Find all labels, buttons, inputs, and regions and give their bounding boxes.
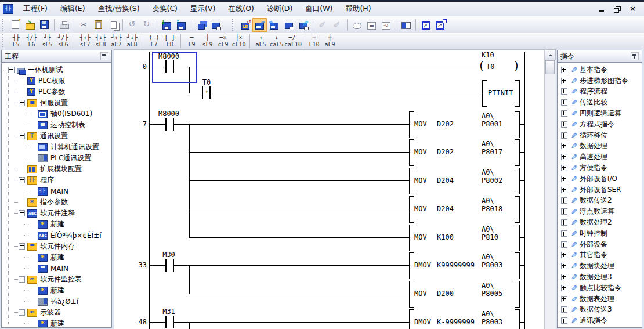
write-to-plc-button[interactable] (160, 18, 174, 32)
fkey-button[interactable]: ↑ aF5 (249, 34, 269, 48)
tree-item[interactable]: PLC参数 (2, 86, 111, 97)
expander-plus-icon[interactable] (561, 306, 567, 313)
fkey-button[interactable]: ═ F10 (303, 34, 322, 48)
menu-item[interactable]: 编辑(E) (54, 3, 92, 15)
close-button[interactable]: × (625, 3, 641, 15)
menu-item[interactable]: 变换(C) (146, 3, 184, 15)
pin-icon[interactable] (100, 52, 108, 60)
fkey-button[interactable]: ┘├ sF5 (39, 34, 55, 48)
expander-plus-icon[interactable] (561, 317, 567, 324)
tree-item[interactable]: 新建 (2, 318, 111, 328)
tree-item[interactable]: 指令参数 (2, 197, 111, 208)
fkey-button[interactable]: ┤↑├ sF7 (74, 34, 93, 48)
fkey-button[interactable]: ┤/├ F6 (24, 34, 39, 48)
expander-icon[interactable] (19, 243, 25, 250)
menu-item[interactable]: 工程(F) (17, 3, 54, 15)
instruction-category[interactable]: ✎ 传送比较 (558, 97, 642, 108)
expander-plus-icon[interactable] (561, 274, 567, 280)
fkey-button[interactable]: ( ) F7 (143, 34, 162, 48)
statement-button[interactable] (364, 18, 379, 32)
pin-icon[interactable] (631, 52, 639, 60)
expander-plus-icon[interactable] (561, 121, 567, 128)
tree-item[interactable]: 软元件注释 (2, 208, 111, 219)
fkey-button[interactable]: ─× cF9 (215, 34, 231, 48)
contact-label[interactable]: M31 (153, 308, 185, 316)
scroll-up-arrow[interactable] (545, 49, 556, 60)
tree-item[interactable]: 示波器 (2, 307, 111, 318)
zoom-window-button-2[interactable] (433, 18, 447, 32)
undo-button[interactable] (125, 18, 140, 32)
expander-icon[interactable] (19, 276, 25, 283)
expander-plus-icon[interactable] (561, 230, 567, 237)
ladder-instruction[interactable]: MOV D204 A0\ P8018 (114, 209, 544, 209)
expander-icon[interactable] (19, 177, 25, 183)
save-project-button[interactable] (37, 18, 52, 32)
instruction-category[interactable]: ✎ 步进梯形图指令 (558, 75, 642, 86)
wizard-button-2[interactable] (330, 18, 345, 32)
redo-button[interactable] (140, 18, 154, 32)
plc-monitor-button[interactable] (208, 18, 223, 32)
expander-plus-icon[interactable] (561, 285, 567, 291)
restore-button[interactable] (609, 3, 625, 15)
instruction-category[interactable]: ✎ 数据处理3 (558, 272, 642, 283)
open-project-button[interactable] (23, 18, 37, 32)
instruction-category[interactable]: ✎ 通讯指令 (558, 315, 642, 326)
expander-plus-icon[interactable] (561, 88, 567, 95)
fkey-button[interactable]: ┤↓├ sF8 (93, 34, 108, 48)
read-mode-button[interactable] (267, 18, 281, 32)
instruction-category[interactable]: ✎ 方程式指令 (558, 119, 642, 130)
plc-transfer-button[interactable] (194, 18, 208, 32)
instruction-category[interactable]: ✎ 四则逻辑运算 (558, 108, 642, 119)
instruction-category[interactable]: ✎ 触点比较指令 (558, 283, 642, 294)
fkey-button[interactable]: ─/ caF10 (284, 34, 300, 48)
tree-item[interactable]: ÈíÔª¼þ×¢ÊÍ±í (2, 230, 111, 241)
expander-plus-icon[interactable] (561, 132, 567, 139)
expander-plus-icon[interactable] (561, 143, 567, 149)
instruction-category[interactable]: ✎ 数据处理 (558, 141, 642, 152)
tree-item[interactable]: 新建 (2, 285, 111, 296)
expander-plus-icon[interactable] (561, 241, 567, 248)
tree-item[interactable]: 扩展模块配置 (2, 164, 111, 175)
zoom-window-button[interactable] (418, 18, 433, 32)
instruction-category[interactable]: ✎ 数据处理2 (558, 217, 642, 228)
comment-button[interactable] (350, 18, 364, 32)
ladder-instruction[interactable]: PTINIT (114, 93, 544, 93)
toolbar-grip[interactable] (232, 19, 235, 31)
expander-plus-icon[interactable] (561, 296, 567, 302)
expander-plus-icon[interactable] (561, 208, 567, 215)
menu-item[interactable]: 窗口(W) (299, 3, 339, 15)
menu-item[interactable]: 在线(O) (222, 3, 261, 15)
menu-item[interactable]: 诊断(D) (261, 3, 299, 15)
ladder-instruction[interactable]: MOV D200 A0\ P8005 (114, 294, 544, 294)
print-button[interactable] (57, 18, 71, 32)
ladder-instruction[interactable]: MOV K100 A0\ P810 (114, 237, 544, 238)
tree-item[interactable]: 新建 (2, 219, 111, 230)
tree-item[interactable]: 软元件监控表 (2, 274, 111, 285)
read-from-plc-button[interactable] (174, 18, 189, 32)
toolbar-grip[interactable] (2, 34, 5, 47)
instruction-category[interactable]: ✎ 浮点数运算 (558, 206, 642, 217)
tree-item[interactable]: MAIN (2, 263, 111, 274)
expander-plus-icon[interactable] (561, 219, 567, 226)
expander-icon[interactable] (8, 67, 15, 73)
note-button[interactable] (379, 18, 393, 32)
contact-label[interactable]: T0 (190, 79, 223, 86)
menu-item[interactable]: 帮助(H) (339, 3, 377, 15)
fkey-button[interactable]: ↓ caF5 (269, 34, 284, 48)
instruction-category[interactable]: ✎ 外部设备 (558, 239, 642, 250)
ladder-instruction[interactable]: DMOV K99999999 A0\ P8003 (114, 265, 544, 266)
tree-item[interactable]: 新建 (2, 252, 111, 263)
monitor-write-mode-button[interactable] (296, 18, 310, 32)
expander-plus-icon[interactable] (561, 165, 567, 171)
expander-plus-icon[interactable] (561, 67, 567, 73)
ladder-instruction[interactable]: MOV D202 A0\ P8017 (114, 152, 544, 153)
write-mode-button[interactable] (252, 18, 267, 32)
tree-item[interactable]: MAIN (2, 186, 111, 197)
expander-plus-icon[interactable] (561, 176, 567, 182)
expander-plus-icon[interactable] (561, 78, 567, 84)
instruction-category[interactable]: ✎ 时钟控制 (558, 228, 642, 239)
scrollbar-thumb[interactable] (545, 60, 555, 74)
tree-item[interactable]: 一体机测试 (2, 64, 111, 75)
tree-item[interactable]: 计算机通讯设置 (2, 142, 111, 153)
paste-button[interactable] (91, 18, 106, 32)
